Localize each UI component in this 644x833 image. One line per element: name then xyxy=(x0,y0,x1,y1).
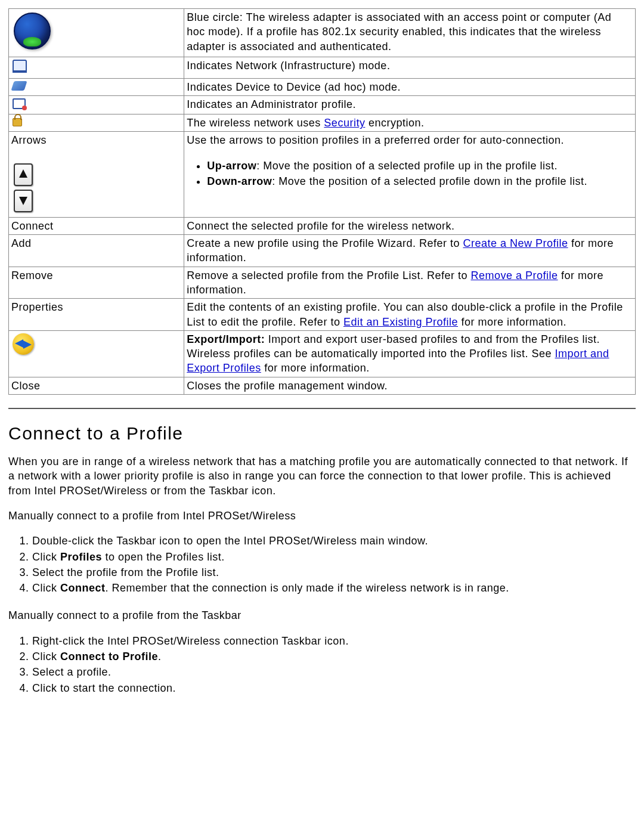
export-import-icon xyxy=(13,333,34,355)
bullet-term: Up-arrow xyxy=(207,160,256,172)
arrows-intro: Use the arrows to position profiles in a… xyxy=(187,133,633,147)
list-item: Down-arrow: Move the position of a selec… xyxy=(207,174,633,188)
row-desc-cell: Closes the profile management window. xyxy=(184,377,636,394)
divider xyxy=(8,408,636,409)
list-item: Click Connect to Profile. xyxy=(32,649,636,664)
subheading-1: Manually connect to a profile from Intel… xyxy=(8,509,636,523)
row-desc-cell: The wireless network uses Security encry… xyxy=(184,114,636,132)
link[interactable]: Create a New Profile xyxy=(463,237,568,249)
list-item: Select a profile. xyxy=(32,665,636,679)
table-row: Indicates Network (Infrastructure) mode. xyxy=(9,57,636,78)
globe-icon xyxy=(14,13,51,49)
down-arrow-icon xyxy=(14,190,33,212)
row-desc-cell: Use the arrows to position profiles in a… xyxy=(184,132,636,217)
list-item: Click Connect. Remember that the connect… xyxy=(32,581,636,595)
row-label-cell xyxy=(9,330,184,377)
list-item: Right-click the Intel PROSet/Wireless co… xyxy=(32,634,636,648)
bold-text: Connect xyxy=(60,582,106,594)
bullet-term: Down-arrow xyxy=(207,175,272,187)
list-item: Select the profile from the Profile list… xyxy=(32,565,636,580)
subheading-2: Manually connect to a profile from the T… xyxy=(8,608,636,623)
row-desc-cell: Indicates an Administrator profile. xyxy=(184,95,636,114)
section-heading: Connect to a Profile xyxy=(8,423,636,444)
row-desc-cell: Create a new profile using the Profile W… xyxy=(184,235,636,267)
row-label-cell xyxy=(9,9,184,57)
row-desc-cell: Blue circle: The wireless adapter is ass… xyxy=(184,9,636,57)
table-row: The wireless network uses Security encry… xyxy=(9,114,636,132)
row-desc-cell: Indicates Network (Infrastructure) mode. xyxy=(184,57,636,78)
row-desc-cell: Remove a selected profile from the Profi… xyxy=(184,267,636,299)
table-row: Blue circle: The wireless adapter is ass… xyxy=(9,9,636,57)
table-row: ConnectConnect the selected profile for … xyxy=(9,217,636,234)
row-desc-cell: Indicates Device to Device (ad hoc) mode… xyxy=(184,78,636,95)
list-item: Click Profiles to open the Profiles list… xyxy=(32,550,636,564)
arrows-bullet-list: Up-arrow: Move the position of a selecte… xyxy=(207,159,633,189)
intro-paragraph: When you are in range of a wireless netw… xyxy=(8,454,636,498)
link[interactable]: Remove a Profile xyxy=(470,270,558,281)
bold-text: Profiles xyxy=(60,551,102,563)
arrows-label: Arrows xyxy=(11,133,181,147)
table-row: ArrowsUse the arrows to position profile… xyxy=(9,132,636,217)
reference-table: Blue circle: The wireless adapter is ass… xyxy=(8,8,636,395)
row-label-cell: Add xyxy=(9,235,184,267)
row-label-cell: Remove xyxy=(9,267,184,299)
row-label-cell xyxy=(9,57,184,78)
table-row: RemoveRemove a selected profile from the… xyxy=(9,267,636,299)
row-desc-cell: Edit the contents of an existing profile… xyxy=(184,299,636,331)
row-label-cell: Arrows xyxy=(9,132,184,217)
table-row: PropertiesEdit the contents of an existi… xyxy=(9,299,636,331)
table-row: Export/Import: Import and export user-ba… xyxy=(9,330,636,377)
bold-text: Export/Import: xyxy=(187,333,268,345)
list-item: Click to start the connection. xyxy=(32,681,636,695)
link[interactable]: Import and Export Profiles xyxy=(187,348,609,374)
table-row: Indicates an Administrator profile. xyxy=(9,95,636,114)
row-desc-cell: Connect the selected profile for the wir… xyxy=(184,217,636,234)
link[interactable]: Security xyxy=(324,117,365,129)
row-label-cell xyxy=(9,95,184,114)
up-arrow-icon xyxy=(14,163,33,186)
table-row: Indicates Device to Device (ad hoc) mode… xyxy=(9,78,636,95)
table-row: CloseCloses the profile management windo… xyxy=(9,377,636,394)
infrastructure-icon xyxy=(13,60,27,73)
row-label-cell: Properties xyxy=(9,299,184,331)
row-desc-cell: Export/Import: Import and export user-ba… xyxy=(184,330,636,377)
row-label-cell: Close xyxy=(9,377,184,394)
steps-list-1: Double-click the Taskbar icon to open th… xyxy=(32,534,636,595)
list-item: Double-click the Taskbar icon to open th… xyxy=(32,534,636,548)
row-label-cell: Connect xyxy=(9,217,184,234)
link[interactable]: Edit an Existing Profile xyxy=(343,316,458,328)
admin-icon xyxy=(13,98,26,109)
table-row: AddCreate a new profile using the Profil… xyxy=(9,235,636,267)
list-item: Up-arrow: Move the position of a selecte… xyxy=(207,159,633,173)
steps-list-2: Right-click the Intel PROSet/Wireless co… xyxy=(32,634,636,695)
adhoc-icon xyxy=(11,81,27,91)
row-label-cell xyxy=(9,78,184,95)
row-label-cell xyxy=(9,114,184,132)
bold-text: Connect to Profile xyxy=(60,651,158,662)
lock-icon xyxy=(13,118,22,126)
